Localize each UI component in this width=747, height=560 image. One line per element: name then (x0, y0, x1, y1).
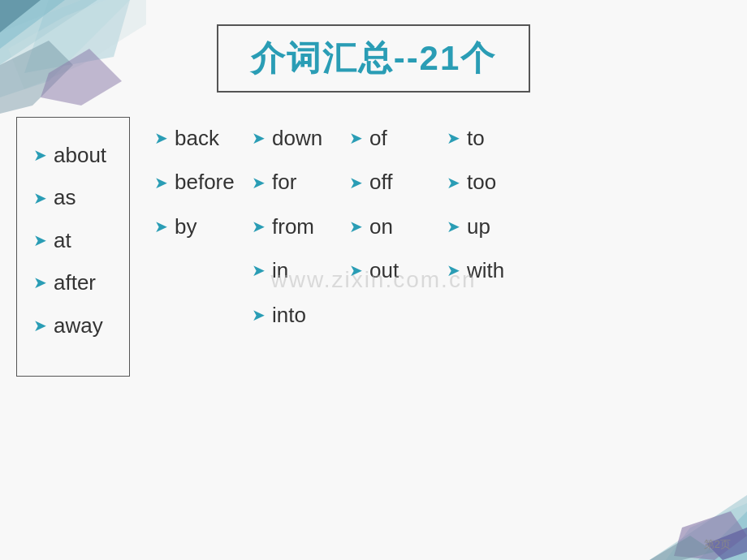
arrow-icon: ➤ (349, 259, 363, 282)
list-item: ➤about (33, 134, 113, 176)
page-title: 介词汇总--21个 (251, 39, 497, 77)
arrow-icon: ➤ (349, 215, 363, 238)
word-label: by (175, 212, 196, 241)
word-label: from (272, 212, 314, 241)
arrow-icon: ➤ (252, 171, 266, 194)
arrow-icon: ➤ (447, 127, 460, 149)
word-label: at (54, 226, 71, 255)
arrow-icon: ➤ (33, 187, 47, 209)
list-item: ➤on (349, 205, 430, 248)
main-content: 介词汇总--21个 ➤about➤as➤at➤after➤away➤back➤b… (0, 0, 747, 560)
word-label: about (54, 140, 106, 170)
arrow-icon: ➤ (252, 304, 266, 326)
word-label: into (272, 300, 306, 330)
arrow-icon: ➤ (447, 215, 460, 238)
word-label: with (467, 256, 504, 285)
list-item: ➤with (447, 249, 528, 291)
word-label: off (369, 167, 392, 196)
arrow-icon: ➤ (33, 314, 47, 337)
list-item: ➤out (349, 249, 430, 291)
list-item: ➤by (154, 205, 235, 248)
word-label: too (467, 167, 496, 196)
word-label: for (272, 167, 296, 196)
arrow-icon: ➤ (349, 127, 363, 149)
word-column: ➤down➤for➤from➤in➤into (244, 117, 341, 336)
word-label: out (369, 256, 399, 285)
arrow-icon: ➤ (447, 171, 460, 194)
arrow-icon: ➤ (252, 259, 266, 282)
page-number: 第2页 (704, 537, 731, 552)
list-item: ➤back (154, 117, 235, 159)
list-item: ➤to (447, 117, 528, 159)
word-column: ➤to➤too➤up➤with (438, 117, 536, 292)
word-label: away (54, 311, 103, 340)
word-label: on (369, 212, 393, 241)
list-item: ➤of (349, 117, 430, 159)
word-label: of (369, 123, 387, 153)
arrow-icon: ➤ (33, 271, 47, 294)
arrow-icon: ➤ (349, 171, 363, 194)
arrow-icon: ➤ (154, 215, 168, 238)
title-box: 介词汇总--21个 (217, 24, 531, 93)
word-column-boxed: ➤about➤as➤at➤after➤away (16, 117, 130, 377)
word-label: before (175, 167, 235, 196)
list-item: ➤into (252, 294, 333, 336)
list-item: ➤from (252, 205, 333, 248)
list-item: ➤as (33, 176, 113, 218)
list-item: ➤in (252, 249, 333, 291)
list-item: ➤off (349, 161, 430, 203)
word-label: down (272, 123, 322, 153)
arrow-icon: ➤ (154, 127, 168, 149)
list-item: ➤away (33, 304, 113, 347)
arrow-icon: ➤ (252, 127, 266, 149)
list-item: ➤before (154, 161, 235, 203)
arrow-icon: ➤ (252, 215, 266, 238)
list-item: ➤down (252, 117, 333, 159)
word-label: back (175, 123, 219, 153)
word-label: up (467, 212, 490, 241)
word-column: ➤back➤before➤by (146, 117, 244, 248)
word-label: in (272, 256, 288, 285)
list-item: ➤too (447, 161, 528, 203)
arrow-icon: ➤ (447, 259, 460, 282)
word-label: as (54, 183, 76, 212)
list-item: ➤at (33, 219, 113, 261)
list-item: ➤up (447, 205, 528, 248)
words-section: ➤about➤as➤at➤after➤away➤back➤before➤by➤d… (16, 117, 731, 377)
list-item: ➤after (33, 261, 113, 304)
word-column: ➤of➤off➤on➤out (341, 117, 438, 292)
arrow-icon: ➤ (33, 144, 47, 166)
word-label: to (467, 123, 485, 153)
arrow-icon: ➤ (33, 229, 47, 252)
list-item: ➤for (252, 161, 333, 203)
word-label: after (54, 268, 96, 297)
arrow-icon: ➤ (154, 171, 168, 194)
